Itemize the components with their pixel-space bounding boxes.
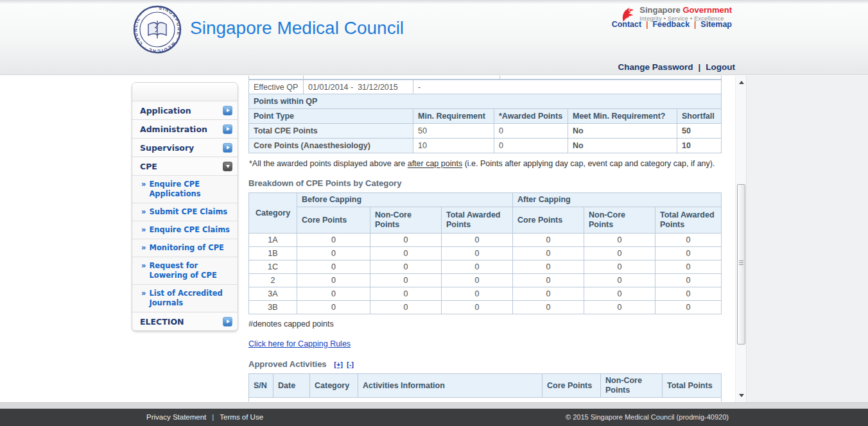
privacy-statement-link[interactable]: Privacy Statement [146, 413, 206, 421]
shortfall: 50 [677, 124, 722, 139]
gov-logo-name: Singapore Government [639, 6, 732, 15]
category: 1B [249, 247, 297, 260]
sidebar-subitem-monitoring-of-cpe[interactable]: » Monitoring of CPE [132, 239, 238, 257]
table-row: 3A 0 0 0 0 0 0 [249, 287, 722, 301]
col-non-core-points: Non-Core Points [584, 207, 655, 234]
table-header-row: S/N Date Category Activities Information… [249, 374, 722, 398]
expand-icon[interactable] [223, 143, 232, 153]
effective-qp-value: 01/01/2014 - 31/12/2015 [304, 80, 413, 94]
sidebar-nav: Application Administration Supervisory C… [132, 82, 238, 331]
table-row: 1A 0 0 0 0 0 0 [249, 234, 722, 247]
col-core-points: Core Points [513, 207, 584, 234]
collapse-all-link[interactable]: [-] [347, 361, 354, 368]
expand-icon[interactable] [223, 124, 232, 134]
chevron-bullet: » [141, 243, 146, 253]
sidebar-subitem-request-for-lowering[interactable]: » Request for Lowering of CPE [132, 257, 238, 284]
right-margin [746, 76, 868, 402]
logout-link[interactable]: Logout [706, 62, 735, 72]
table-subheader-row: Core Points Non-Core Points Total Awarde… [249, 207, 722, 234]
table-row: Core Points (Anaesthesiology) 10 0 No 10 [249, 139, 722, 153]
scrollbar-thumb[interactable] [737, 184, 745, 345]
cap-note: *All the awarded points displayed above … [249, 159, 722, 168]
group-after-capping: After Capping [513, 193, 722, 207]
sidebar-subitem-accredited-journals[interactable]: » List of Accredited Journals [132, 284, 238, 312]
sidebar-item-cpe[interactable]: CPE [132, 157, 238, 175]
section-title: Points within QP [249, 94, 722, 109]
col-activities-information: Activities Information [358, 374, 542, 398]
page-header: SINGAPORE · MEDICAL · COUNCIL · Singapor… [0, 0, 868, 75]
col-point-type: Point Type [249, 109, 413, 124]
account-links: Change Password|Logout [618, 62, 735, 72]
expand-icon[interactable] [223, 317, 232, 327]
expand-icon[interactable] [223, 106, 232, 115]
col-total-points: Total Points [663, 374, 722, 398]
sidebar-item-election[interactable]: ELECTION [132, 312, 238, 330]
site-title: Singapore Medical Council [190, 18, 404, 38]
header-utility-links: Contact|Feedback|Sitemap [612, 20, 732, 29]
sidebar-subitem-enquire-cpe-claims[interactable]: » Enquire CPE Claims [132, 221, 238, 239]
chevron-bullet: » [141, 261, 146, 280]
terms-of-use-link[interactable]: Terms of Use [220, 413, 263, 421]
footer-divider [0, 402, 868, 409]
col-non-core-points: Non-Core Points [601, 374, 663, 398]
contact-link[interactable]: Contact [612, 20, 642, 29]
col-sn: S/N [249, 374, 273, 398]
sidebar-item-administration[interactable]: Administration [132, 119, 238, 138]
sidebar-item-supervisory[interactable]: Supervisory [132, 138, 238, 157]
scroll-down-button[interactable] [736, 390, 747, 401]
approved-activities-title: Approved Activities [248, 359, 327, 369]
sidebar-item-application[interactable]: Application [132, 101, 238, 119]
after-cap-points-text: after cap points [408, 159, 462, 168]
table-header-row: Point Type Min. Requirement *Awarded Poi… [249, 109, 722, 124]
sidebar-header [132, 83, 238, 101]
effective-qp-extra: - [413, 80, 722, 94]
chevron-bullet: » [141, 180, 146, 199]
separator: | [694, 20, 696, 29]
separator: | [646, 20, 648, 29]
copyright-text: © 2015 Singapore Medical Council (prodmi… [566, 409, 729, 426]
page-body: Application Administration Supervisory C… [0, 76, 868, 402]
separator: | [212, 413, 214, 421]
expand-all-link[interactable]: [+] [334, 361, 343, 368]
approved-activities-table: S/N Date Category Activities Information… [248, 373, 722, 398]
change-password-link[interactable]: Change Password [618, 62, 693, 72]
sidebar-subitem-submit-cpe-claims[interactable]: » Submit CPE Claims [132, 203, 238, 221]
table-row: Total CPE Points 50 0 No 50 [249, 124, 722, 139]
page-footer: Privacy Statement|Terms of Use © 2015 Si… [0, 409, 868, 426]
capped-points-footnote: #denotes capped points [248, 320, 722, 328]
col-shortfall: Shortfall [677, 109, 722, 124]
group-before-capping: Before Capping [297, 193, 513, 207]
clipped-table-row [248, 76, 722, 80]
scroll-up-button[interactable] [736, 77, 747, 88]
meet-requirement: No [568, 139, 677, 153]
col-category: Category [249, 193, 297, 234]
main-content: Effective QP 01/01/2014 - 31/12/2015 - P… [248, 76, 722, 402]
breakdown-table: Category Before Capping After Capping Co… [248, 192, 722, 314]
sidebar-subitem-enquire-cpe-applications[interactable]: » Enquire CPE Applications [132, 175, 238, 203]
category: 3A [249, 287, 297, 301]
chevron-bullet: » [141, 207, 146, 217]
col-total-awarded: Total Awarded Points [442, 207, 513, 234]
col-date: Date [273, 374, 310, 398]
sitemap-link[interactable]: Sitemap [700, 20, 732, 29]
col-meet-requirement: Meet Min. Requirement? [568, 109, 677, 124]
category: 1A [249, 234, 297, 247]
vertical-scrollbar[interactable] [735, 76, 746, 402]
min-requirement: 50 [413, 124, 494, 139]
table-row: 1B 0 0 0 0 0 0 [249, 247, 722, 260]
approved-table-body-clipped [248, 398, 722, 402]
capping-rules-link[interactable]: Click here for Capping Rules [248, 339, 351, 348]
chevron-bullet: » [141, 225, 146, 235]
col-awarded-points: *Awarded Points [494, 109, 568, 124]
chevron-bullet: » [141, 289, 146, 308]
col-total-awarded: Total Awarded Points [655, 207, 722, 234]
scroll-down-icon [739, 394, 744, 397]
approved-activities-heading: Approved Activities [+] [-] [248, 359, 722, 369]
collapse-icon[interactable] [223, 162, 232, 171]
point-type: Total CPE Points [249, 124, 413, 139]
col-category: Category [310, 374, 358, 398]
feedback-link[interactable]: Feedback [652, 20, 690, 29]
table-row: 1C 0 0 0 0 0 0 [249, 260, 722, 274]
category: 1C [249, 260, 297, 274]
col-non-core-points: Non-Core Points [370, 207, 442, 234]
